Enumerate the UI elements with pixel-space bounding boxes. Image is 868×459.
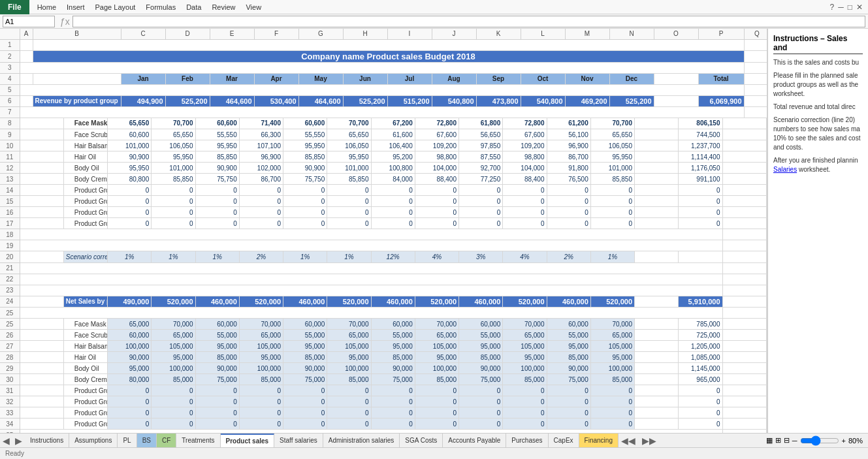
cell-value-10: 55,000 [547, 330, 590, 341]
cell-value-5: 0 [327, 419, 371, 430]
tab-bs[interactable]: BS [137, 434, 157, 447]
zoom-slider[interactable] [800, 435, 839, 446]
row-9: 9 [0, 129, 20, 140]
tab-instructions[interactable]: Instructions [25, 434, 69, 447]
page-break-icon[interactable]: ⊟ [784, 436, 790, 445]
salaries-link[interactable]: Salaries [773, 166, 797, 173]
cell-value-9: 0 [503, 207, 547, 218]
row-11: 11 [0, 151, 20, 163]
cell-value-3: 0 [239, 207, 283, 218]
tab-assumptions[interactable]: Assumptions [69, 434, 118, 447]
tab-add[interactable]: ◀◀ [619, 434, 638, 447]
formula-icon: ƒx [57, 16, 72, 27]
rev-jul: 515,200 [387, 95, 432, 106]
cell-value-5: 101,000 [327, 163, 371, 174]
total-value: 806,150 [679, 118, 722, 129]
net-sales-header: Net Sales by product group [63, 296, 107, 308]
tab-sga-costs[interactable]: SGA Costs [400, 434, 443, 447]
cell-q2 [744, 50, 767, 62]
normal-view-icon[interactable]: ▦ [766, 436, 773, 445]
total-value: 0 [679, 419, 722, 430]
cell-value-4: 90,900 [283, 163, 327, 174]
cell-value-1: 70,700 [152, 118, 195, 129]
cell-value-11: 105,000 [590, 341, 634, 352]
total-value: 744,500 [679, 129, 722, 140]
cell-value-11: 0 [590, 185, 634, 196]
cell-value-7: 85,000 [415, 374, 458, 385]
insert-menu[interactable]: Insert [61, 0, 90, 14]
col-K: K [476, 29, 521, 39]
name-box[interactable] [3, 16, 55, 27]
cell-value-8: 77,250 [459, 174, 503, 185]
tab-pl[interactable]: PL [118, 434, 137, 447]
cell-value-9: 104,000 [503, 163, 547, 174]
cell-value-5: 95,950 [327, 151, 371, 163]
cell-value-3: 66,300 [239, 129, 283, 140]
home-menu[interactable]: Home [32, 0, 61, 14]
data-menu[interactable]: Data [181, 0, 206, 14]
zoom-out-icon[interactable]: ─ [792, 437, 797, 445]
review-menu[interactable]: Review [206, 0, 240, 14]
col-B: B [33, 29, 121, 39]
formulas-menu[interactable]: Formulas [140, 0, 181, 14]
product-label: Face Scrub [63, 330, 107, 341]
zoom-in-icon[interactable]: + [842, 437, 846, 445]
panel-para2: Please fill in the planned sale product … [773, 71, 863, 99]
tab-staff-salaries[interactable]: Staff salaries [274, 434, 323, 447]
cell-value-2: 75,000 [195, 374, 239, 385]
page-layout-menu[interactable]: Page Layout [90, 0, 141, 14]
spreadsheet-area[interactable]: A B C D E F G H I J K L M N O [0, 29, 767, 433]
cell-value-3: 0 [239, 396, 283, 407]
cell-value-5: 105,000 [327, 341, 371, 352]
cell-value-7: 0 [415, 185, 458, 196]
file-menu[interactable]: File [0, 0, 29, 14]
tab-financing[interactable]: Financing [579, 434, 619, 447]
close-icon[interactable]: ✕ [856, 3, 863, 12]
view-controls: ▦ ⊞ ⊟ ─ + 80% [766, 434, 868, 447]
tab-admin-salaries[interactable]: Administration salaries [323, 434, 400, 447]
cell-a1[interactable] [20, 39, 33, 50]
view-menu[interactable]: View [240, 0, 266, 14]
rev-jan: 494,900 [121, 95, 165, 106]
row-12: 12 [0, 163, 20, 174]
cell-value-3: 102,000 [239, 163, 283, 174]
maximize-icon[interactable]: □ [848, 3, 852, 12]
cell-value-2: 95,000 [195, 341, 239, 352]
tab-purchases[interactable]: Purchases [506, 434, 548, 447]
cell-value-9: 0 [503, 419, 547, 430]
tab-scroll-left[interactable]: ◀ [0, 434, 12, 447]
tab-treatments[interactable]: Treatments [176, 434, 220, 447]
row-15: 15 [0, 196, 20, 207]
cell-value-0: 101,000 [108, 140, 152, 151]
cell-value-5: 100,000 [327, 363, 371, 374]
help-icon[interactable]: ? [830, 3, 835, 12]
tab-accounts-payable[interactable]: Accounts Payable [443, 434, 506, 447]
cell-value-4: 0 [283, 407, 327, 419]
rev-sep: 473,800 [476, 95, 521, 106]
total-value: 0 [679, 385, 722, 396]
cell-value-6: 67,200 [371, 118, 415, 129]
cell-value-8: 60,000 [459, 319, 503, 330]
cell-value-2: 90,900 [195, 163, 239, 174]
cell-value-11: 0 [590, 385, 634, 396]
cell-value-6: 106,400 [371, 140, 415, 151]
cell-value-0: 0 [108, 396, 152, 407]
cell-value-10: 76,500 [547, 174, 590, 185]
total-value: 0 [679, 218, 722, 229]
tab-capex[interactable]: CapEx [549, 434, 579, 447]
minimize-icon[interactable]: ─ [838, 3, 844, 12]
cell-value-4: 85,000 [283, 352, 327, 363]
tab-scroll-right[interactable]: ▶ [12, 434, 25, 447]
cell-value-1: 65,000 [152, 330, 195, 341]
formula-input[interactable] [72, 16, 865, 27]
tab-product-sales[interactable]: Product sales [221, 434, 275, 447]
tab-cf[interactable]: CF [157, 434, 176, 447]
page-layout-icon[interactable]: ⊞ [775, 436, 781, 445]
tab-nav-right[interactable]: ▶▶ [639, 434, 659, 447]
cell-value-2: 60,000 [195, 319, 239, 330]
header-aug: Aug [432, 73, 476, 84]
revenue-header: Revenue by product group [33, 95, 121, 106]
cell-value-9: 105,000 [503, 341, 547, 352]
panel-para4: Scenario correction (line 20) numbers to… [773, 116, 863, 152]
cell-value-1: 106,050 [152, 140, 195, 151]
